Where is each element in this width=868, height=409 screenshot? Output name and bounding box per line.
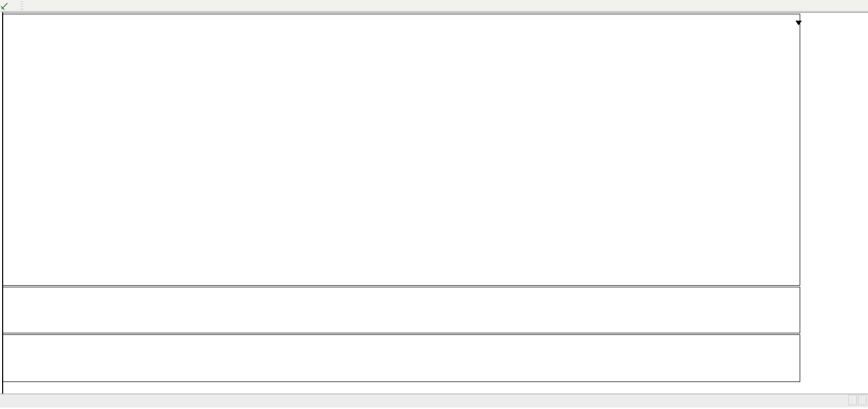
mt4-application	[0, 0, 868, 409]
price-pane	[3, 14, 800, 286]
chart-shift-marker-icon[interactable]	[795, 21, 802, 25]
rsi-pane-canvas[interactable]	[3, 287, 799, 333]
rsi-pane	[3, 287, 800, 333]
toolbar-grip-handle[interactable]	[21, 2, 23, 10]
chart-window	[2, 12, 868, 394]
chart-tab-bar	[0, 394, 868, 407]
macd-pane	[3, 334, 800, 382]
macd-pane-canvas[interactable]	[3, 335, 799, 381]
date-axis	[3, 383, 800, 394]
tab-scroll-left-icon[interactable]	[848, 395, 857, 405]
timeframe-toolbar	[0, 0, 868, 12]
price-chart-canvas[interactable]	[3, 14, 799, 285]
tab-scroll-buttons	[848, 395, 866, 405]
chart-title	[6, 16, 13, 23]
tab-scroll-right-icon[interactable]	[858, 395, 866, 405]
crosshair-tool-icon[interactable]	[1, 2, 9, 10]
